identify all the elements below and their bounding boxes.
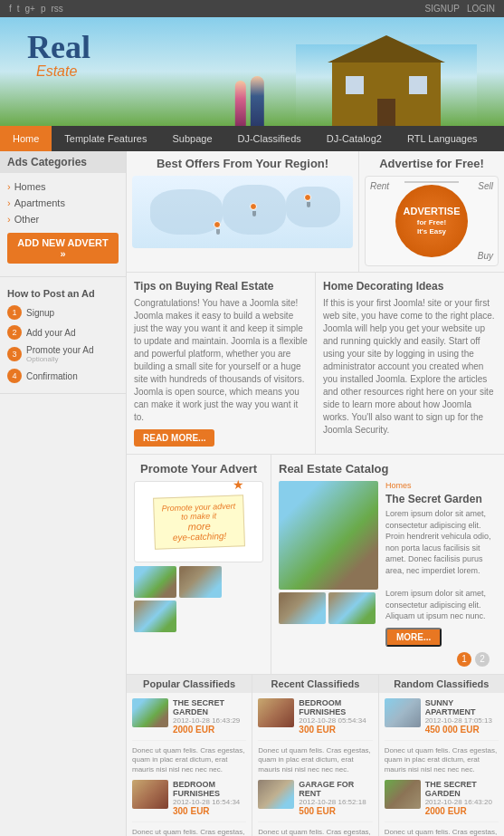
catalog-breadcrumb: Homes xyxy=(385,481,497,490)
recent-title-2: GARAGE FOR RENT xyxy=(299,780,372,798)
sidebar-category-apartments[interactable]: Apartments xyxy=(7,195,119,211)
nav-subpage[interactable]: Subpage xyxy=(159,126,224,151)
best-offers-title: Best Offers From Your Region! xyxy=(132,157,353,170)
nav-dj-catalog2[interactable]: DJ-Catalog2 xyxy=(314,126,395,151)
popular-price-1: 2000 EUR xyxy=(173,725,246,735)
recent-price-2: 500 EUR xyxy=(299,806,372,816)
catalog-item-title: The Secret Garden xyxy=(385,493,497,505)
map-pin-1 xyxy=(250,203,257,210)
map-pin-3 xyxy=(214,221,221,228)
decorating-tips-title: Home Decorating Ideas xyxy=(323,280,497,293)
social-bar: f t g+ p rss SIGNUP LOGIN xyxy=(0,0,504,17)
popular-price-2: 300 EUR xyxy=(173,806,246,816)
house-door xyxy=(377,99,395,126)
promote-panel: Promote Your Advert ★ Promote your adver… xyxy=(127,455,271,674)
random-img-2 xyxy=(385,780,421,809)
promote-catalog-section: Promote Your Advert ★ Promote your adver… xyxy=(127,454,504,674)
recent-title-1: BEDROOM FURNISHES xyxy=(299,698,372,716)
promote-thumb-2 xyxy=(179,566,222,598)
recent-desc-1: Donec ut quam felis. Cras egestas, quam … xyxy=(258,746,372,774)
promote-thumb-3 xyxy=(134,601,176,632)
popular-info-2: BEDROOM FURNISHES 2012-10-28 16:54:34 30… xyxy=(173,780,246,816)
step-2-number: 2 xyxy=(7,325,22,340)
step-3-label: Promote your Ad xyxy=(26,345,93,355)
hero-house xyxy=(296,44,477,126)
catalog-more-button[interactable]: MORE... xyxy=(385,628,442,647)
buying-tips-title: Tips on Buying Real Estate xyxy=(134,280,308,293)
random-date-2: 2012-10-28 16:43:20 xyxy=(425,798,499,806)
add-advert-button[interactable]: ADD NEW ADVERT » xyxy=(7,233,119,264)
classifieds-section: Popular Classifieds THE SECRET GARDEN 20… xyxy=(127,674,504,836)
popular-img-2 xyxy=(132,780,168,809)
random-price-1: 450 000 EUR xyxy=(425,725,499,735)
site-logo: Real Estate xyxy=(27,31,90,80)
catalog-description: Lorem ipsum dolor sit amet, consectetur … xyxy=(385,508,497,622)
random-date-1: 2012-10-28 17:05:13 xyxy=(425,716,499,725)
step-4: 4 Confirmation xyxy=(7,366,119,386)
signup-link[interactable]: SIGNUP xyxy=(425,4,460,14)
random-price-2: 2000 EUR xyxy=(425,806,499,816)
random-img-1 xyxy=(385,698,421,727)
random-desc-2: Donec ut quam felis. Cras egestas, quam … xyxy=(385,828,499,836)
popular-item-2: BEDROOM FURNISHES 2012-10-28 16:54:34 30… xyxy=(132,780,246,822)
recent-img-2 xyxy=(258,780,294,809)
pinterest-icon[interactable]: p xyxy=(41,4,46,14)
catalog-thumbs-row xyxy=(279,592,378,624)
popular-classifieds-header: Popular Classifieds xyxy=(127,675,252,693)
step-1-label: Signup xyxy=(26,308,54,318)
popular-desc-2: Donec ut quam felis. Cras egestas, quam … xyxy=(132,828,246,836)
step-1-number: 1 xyxy=(7,305,22,320)
ads-categories-title: Ads Categories xyxy=(0,151,126,173)
promote-thumbnails xyxy=(134,566,263,632)
note-star-icon: ★ xyxy=(233,477,244,492)
step-3: 3 Promote your Ad Optionally xyxy=(7,342,119,366)
catalog-thumb-2 xyxy=(328,592,376,624)
sidebar-category-other[interactable]: Other xyxy=(7,211,119,227)
catalog-nav-2[interactable]: 2 xyxy=(475,652,490,667)
logo-real: Real xyxy=(27,29,90,65)
nav-dj-classifieds[interactable]: DJ-Classifieds xyxy=(225,126,314,151)
rss-icon[interactable]: rss xyxy=(52,4,63,14)
nav-template-features[interactable]: Template Features xyxy=(52,126,159,151)
login-link[interactable]: LOGIN xyxy=(467,4,495,14)
catalog-thumb-1 xyxy=(279,592,326,624)
map-blob-asia xyxy=(286,187,340,227)
catalog-navigation: 1 2 xyxy=(279,652,497,667)
house-window-left xyxy=(346,76,364,94)
advertise-panel: Advertise for Free! Rent Sell Buy ADVERT… xyxy=(359,151,504,272)
googleplus-icon[interactable]: g+ xyxy=(25,4,35,14)
step-2: 2 Add your Ad xyxy=(7,322,119,342)
step-1: 1 Signup xyxy=(7,303,119,322)
recent-item-1: BEDROOM FURNISHES 2012-10-28 05:54:34 30… xyxy=(258,698,372,741)
adv-circle-text: ADVERTISE for Free! It's Easy xyxy=(404,205,461,236)
house-shape xyxy=(332,62,441,126)
map-blob-americas xyxy=(150,189,223,235)
buying-read-more-button[interactable]: READ MORE... xyxy=(134,429,214,447)
how-to-title: How to Post an Ad xyxy=(7,284,119,303)
recent-date-1: 2012-10-28 05:54:34 xyxy=(299,716,372,725)
sidebar-category-homes[interactable]: Homes xyxy=(7,178,119,195)
catalog-nav-1[interactable]: 1 xyxy=(457,652,471,667)
catalog-panel: Real Estate Catalog Homes The Secret Gar… xyxy=(271,455,504,674)
facebook-icon[interactable]: f xyxy=(9,4,12,14)
main-nav: Home Template Features Subpage DJ-Classi… xyxy=(0,126,504,151)
adv-arrow-top xyxy=(404,181,459,183)
decorating-tips-text: If this is your first Joomla! site or yo… xyxy=(323,297,497,437)
recent-desc-2: Donec ut quam felis. Cras egestas, quam … xyxy=(258,828,372,836)
advertise-box: Rent Sell Buy ADVERTISE for Free! It's E… xyxy=(365,176,499,266)
nav-rtl-languages[interactable]: RTL Languages xyxy=(395,126,490,151)
popular-info-1: THE SECRET GARDEN 2012-10-28 16:43:29 20… xyxy=(173,698,246,735)
logo-estate: Estate xyxy=(36,63,77,79)
twitter-icon[interactable]: t xyxy=(17,4,20,14)
popular-item-1: THE SECRET GARDEN 2012-10-28 16:43:29 20… xyxy=(132,698,246,741)
random-classifieds-col: Random Classifieds SUNNY APARTMENT 2012-… xyxy=(379,675,504,836)
nav-home[interactable]: Home xyxy=(0,126,52,151)
step-2-label: Add your Ad xyxy=(26,328,75,338)
popular-date-1: 2012-10-28 16:43:29 xyxy=(173,716,246,725)
person-figure-2 xyxy=(250,76,263,126)
advertise-circle: ADVERTISE for Free! It's Easy xyxy=(395,185,468,257)
recent-classifieds-header: Recent Classifieds xyxy=(252,675,377,693)
buying-tips-text: Congratulations! You have a Joomla site!… xyxy=(134,297,308,424)
hero-people xyxy=(234,76,263,126)
step-3-number: 3 xyxy=(7,347,22,361)
